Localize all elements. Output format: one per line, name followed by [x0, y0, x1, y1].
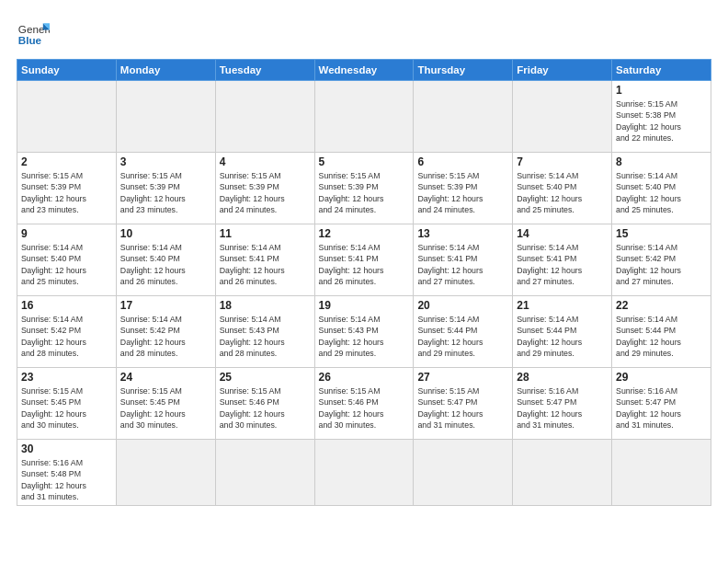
day-number: 27 [417, 371, 508, 384]
calendar-cell: 12Sunrise: 5:14 AMSunset: 5:41 PMDayligh… [314, 224, 414, 296]
day-info: Sunrise: 5:15 AMSunset: 5:39 PMDaylight:… [120, 170, 211, 215]
day-number: 26 [319, 371, 410, 384]
day-info: Sunrise: 5:14 AMSunset: 5:43 PMDaylight:… [220, 314, 311, 359]
day-info: Sunrise: 5:14 AMSunset: 5:40 PMDaylight:… [517, 170, 608, 215]
day-number: 15 [616, 227, 707, 240]
page: General Blue SundayMondayTuesdayWednesda… [0, 0, 728, 563]
calendar-cell: 10Sunrise: 5:14 AMSunset: 5:40 PMDayligh… [116, 224, 215, 296]
calendar-cell: 26Sunrise: 5:15 AMSunset: 5:46 PMDayligh… [314, 368, 414, 440]
calendar-cell [116, 81, 215, 153]
day-number: 14 [517, 227, 608, 240]
day-number: 4 [220, 155, 311, 168]
calendar-cell: 16Sunrise: 5:14 AMSunset: 5:42 PMDayligh… [17, 296, 117, 368]
week-row-3: 9Sunrise: 5:14 AMSunset: 5:40 PMDaylight… [17, 224, 711, 296]
day-number: 1 [616, 84, 707, 97]
day-info: Sunrise: 5:14 AMSunset: 5:41 PMDaylight:… [517, 242, 608, 287]
day-number: 19 [319, 299, 410, 312]
day-info: Sunrise: 5:14 AMSunset: 5:40 PMDaylight:… [21, 242, 112, 287]
day-number: 10 [120, 227, 211, 240]
day-number: 8 [616, 155, 707, 168]
calendar-cell: 9Sunrise: 5:14 AMSunset: 5:40 PMDaylight… [17, 224, 117, 296]
logo: General Blue [17, 17, 50, 50]
calendar-cell: 22Sunrise: 5:14 AMSunset: 5:44 PMDayligh… [612, 296, 711, 368]
col-header-saturday: Saturday [612, 60, 711, 81]
calendar-cell: 13Sunrise: 5:14 AMSunset: 5:41 PMDayligh… [414, 224, 513, 296]
calendar-cell [215, 440, 314, 506]
day-number: 21 [517, 299, 608, 312]
calendar-cell [414, 440, 513, 506]
day-info: Sunrise: 5:15 AMSunset: 5:39 PMDaylight:… [220, 170, 311, 215]
week-row-2: 2Sunrise: 5:15 AMSunset: 5:39 PMDaylight… [17, 153, 711, 224]
day-info: Sunrise: 5:14 AMSunset: 5:44 PMDaylight:… [517, 314, 608, 359]
day-info: Sunrise: 5:15 AMSunset: 5:45 PMDaylight:… [21, 385, 112, 431]
calendar-cell: 24Sunrise: 5:15 AMSunset: 5:45 PMDayligh… [116, 368, 215, 440]
calendar-cell [612, 440, 711, 506]
calendar-cell [215, 81, 314, 153]
calendar-cell: 5Sunrise: 5:15 AMSunset: 5:39 PMDaylight… [314, 153, 414, 224]
calendar-cell: 8Sunrise: 5:14 AMSunset: 5:40 PMDaylight… [612, 153, 711, 224]
col-header-wednesday: Wednesday [314, 60, 414, 81]
day-number: 17 [120, 299, 211, 312]
day-info: Sunrise: 5:14 AMSunset: 5:40 PMDaylight:… [120, 242, 211, 287]
calendar-cell: 23Sunrise: 5:15 AMSunset: 5:45 PMDayligh… [17, 368, 117, 440]
day-info: Sunrise: 5:15 AMSunset: 5:39 PMDaylight:… [21, 170, 112, 215]
day-info: Sunrise: 5:16 AMSunset: 5:48 PMDaylight:… [21, 457, 112, 502]
day-info: Sunrise: 5:14 AMSunset: 5:42 PMDaylight:… [616, 242, 707, 287]
day-number: 2 [21, 155, 112, 168]
day-number: 20 [417, 299, 508, 312]
day-number: 3 [120, 155, 211, 168]
day-info: Sunrise: 5:16 AMSunset: 5:47 PMDaylight:… [616, 385, 707, 431]
day-info: Sunrise: 5:14 AMSunset: 5:42 PMDaylight:… [120, 314, 211, 359]
calendar-cell: 15Sunrise: 5:14 AMSunset: 5:42 PMDayligh… [612, 224, 711, 296]
day-info: Sunrise: 5:15 AMSunset: 5:38 PMDaylight:… [616, 98, 707, 144]
day-number: 18 [220, 299, 311, 312]
day-info: Sunrise: 5:14 AMSunset: 5:41 PMDaylight:… [319, 242, 410, 287]
calendar-cell [513, 440, 612, 506]
day-info: Sunrise: 5:15 AMSunset: 5:47 PMDaylight:… [417, 385, 508, 431]
col-header-sunday: Sunday [17, 60, 117, 81]
calendar-cell: 27Sunrise: 5:15 AMSunset: 5:47 PMDayligh… [414, 368, 513, 440]
calendar-cell [314, 440, 414, 506]
days-header-row: SundayMondayTuesdayWednesdayThursdayFrid… [17, 60, 711, 81]
day-number: 29 [616, 371, 707, 384]
day-info: Sunrise: 5:15 AMSunset: 5:46 PMDaylight:… [319, 385, 410, 431]
calendar-cell: 20Sunrise: 5:14 AMSunset: 5:44 PMDayligh… [414, 296, 513, 368]
day-info: Sunrise: 5:15 AMSunset: 5:39 PMDaylight:… [417, 170, 508, 215]
day-info: Sunrise: 5:14 AMSunset: 5:42 PMDaylight:… [21, 314, 112, 359]
calendar-cell: 25Sunrise: 5:15 AMSunset: 5:46 PMDayligh… [215, 368, 314, 440]
day-info: Sunrise: 5:15 AMSunset: 5:39 PMDaylight:… [319, 170, 410, 215]
col-header-thursday: Thursday [414, 60, 513, 81]
day-number: 9 [21, 227, 112, 240]
calendar-cell [414, 81, 513, 153]
day-info: Sunrise: 5:14 AMSunset: 5:41 PMDaylight:… [220, 242, 311, 287]
day-number: 16 [21, 299, 112, 312]
calendar-cell: 1Sunrise: 5:15 AMSunset: 5:38 PMDaylight… [612, 81, 711, 153]
week-row-1: 1Sunrise: 5:15 AMSunset: 5:38 PMDaylight… [17, 81, 711, 153]
calendar-cell: 19Sunrise: 5:14 AMSunset: 5:43 PMDayligh… [314, 296, 414, 368]
day-number: 7 [517, 155, 608, 168]
day-info: Sunrise: 5:14 AMSunset: 5:44 PMDaylight:… [417, 314, 508, 359]
day-info: Sunrise: 5:16 AMSunset: 5:47 PMDaylight:… [517, 385, 608, 431]
calendar-cell: 7Sunrise: 5:14 AMSunset: 5:40 PMDaylight… [513, 153, 612, 224]
day-number: 12 [319, 227, 410, 240]
day-number: 24 [120, 371, 211, 384]
day-number: 23 [21, 371, 112, 384]
calendar-cell [513, 81, 612, 153]
day-number: 25 [220, 371, 311, 384]
day-number: 28 [517, 371, 608, 384]
day-number: 6 [417, 155, 508, 168]
logo-icon: General Blue [17, 17, 50, 50]
calendar-cell [314, 81, 414, 153]
calendar-cell: 3Sunrise: 5:15 AMSunset: 5:39 PMDaylight… [116, 153, 215, 224]
day-number: 30 [21, 442, 112, 455]
calendar-cell: 14Sunrise: 5:14 AMSunset: 5:41 PMDayligh… [513, 224, 612, 296]
day-info: Sunrise: 5:14 AMSunset: 5:41 PMDaylight:… [417, 242, 508, 287]
day-info: Sunrise: 5:15 AMSunset: 5:46 PMDaylight:… [220, 385, 311, 431]
day-number: 11 [220, 227, 311, 240]
day-number: 22 [616, 299, 707, 312]
col-header-friday: Friday [513, 60, 612, 81]
week-row-5: 23Sunrise: 5:15 AMSunset: 5:45 PMDayligh… [17, 368, 711, 440]
week-row-4: 16Sunrise: 5:14 AMSunset: 5:42 PMDayligh… [17, 296, 711, 368]
day-info: Sunrise: 5:14 AMSunset: 5:44 PMDaylight:… [616, 314, 707, 359]
calendar-cell: 28Sunrise: 5:16 AMSunset: 5:47 PMDayligh… [513, 368, 612, 440]
